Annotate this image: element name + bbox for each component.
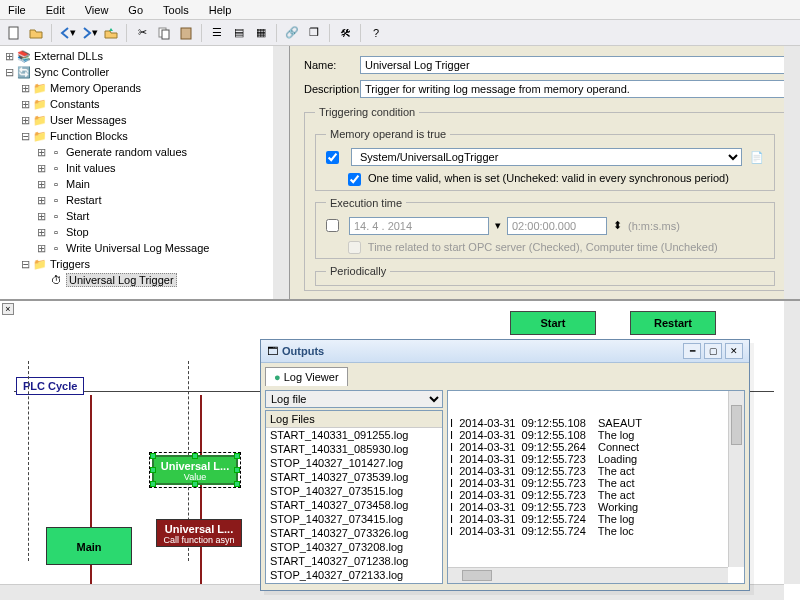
browse-icon[interactable]: 📄 <box>750 151 764 164</box>
block-icon: ▫ <box>48 193 64 207</box>
svg-rect-0 <box>9 27 18 39</box>
up-folder-icon[interactable] <box>101 23 121 43</box>
log-file-item[interactable]: START_140327_073539.log <box>266 470 442 484</box>
log-file-item[interactable]: STOP_140327_072133.log <box>266 568 442 582</box>
menu-file[interactable]: File <box>4 2 30 17</box>
collapse-icon[interactable]: ⊟ <box>18 258 32 271</box>
block-icon: ▫ <box>48 225 64 239</box>
folder-icon: 📁 <box>32 81 48 95</box>
log-file-item[interactable]: STOP_140327_101427.log <box>266 456 442 470</box>
log-file-item[interactable]: START_140327_073458.log <box>266 498 442 512</box>
one-time-valid-checkbox[interactable] <box>348 173 361 186</box>
outputs-window[interactable]: 🗔 Outputs ━ ▢ ✕ ● Log Viewer Log file Lo… <box>260 339 750 591</box>
execution-time-checkbox[interactable] <box>326 219 339 232</box>
tree-fb-item[interactable]: Restart <box>66 194 101 206</box>
tree-sync-controller[interactable]: Sync Controller <box>34 66 109 78</box>
log-content-view[interactable]: I 2014-03-31 09:12:55.108 SAEAUTI 2014-0… <box>447 390 745 584</box>
spinner-icon[interactable]: ⬍ <box>613 219 622 232</box>
menu-view[interactable]: View <box>81 2 113 17</box>
expand-icon[interactable]: ⊞ <box>34 226 48 239</box>
tree-fb-item[interactable]: Main <box>66 178 90 190</box>
tree-triggers[interactable]: Triggers <box>50 258 90 270</box>
expand-icon[interactable]: ⊞ <box>18 82 32 95</box>
minimize-icon[interactable]: ━ <box>683 343 701 359</box>
menu-go[interactable]: Go <box>124 2 147 17</box>
scrollbar-v[interactable] <box>728 391 744 567</box>
restart-button[interactable]: Restart <box>630 311 716 335</box>
expand-icon[interactable]: ⊞ <box>34 178 48 191</box>
forward-icon[interactable]: ▾ <box>79 23 99 43</box>
collapse-icon[interactable]: ⊟ <box>18 130 32 143</box>
expand-icon[interactable]: ⊞ <box>18 98 32 111</box>
expand-icon[interactable]: ⊞ <box>18 114 32 127</box>
scrollbar-h[interactable] <box>448 567 728 583</box>
tree-function-blocks[interactable]: Function Blocks <box>50 130 128 142</box>
tree-user-messages[interactable]: User Messages <box>50 114 126 126</box>
memory-operand-checkbox[interactable] <box>326 151 339 164</box>
expand-icon[interactable]: ⊞ <box>34 162 48 175</box>
periodically-legend: Periodically <box>326 265 390 277</box>
description-input[interactable] <box>360 80 786 98</box>
menu-help[interactable]: Help <box>205 2 236 17</box>
block-universal-log-value[interactable]: Universal L... Value <box>152 455 238 485</box>
name-input[interactable] <box>360 56 786 74</box>
log-file-item[interactable]: START_140327_071238.log <box>266 554 442 568</box>
list-view-icon[interactable]: ☰ <box>207 23 227 43</box>
execution-time-input[interactable] <box>507 217 607 235</box>
expand-icon[interactable]: ⊞ <box>34 194 48 207</box>
scrollbar-v[interactable] <box>273 46 289 299</box>
tree-fb-item[interactable]: Write Universal Log Message <box>66 242 209 254</box>
detail-view-icon[interactable]: ▤ <box>229 23 249 43</box>
settings-icon[interactable]: 🛠 <box>335 23 355 43</box>
log-file-item[interactable]: START_140331_085930.log <box>266 442 442 456</box>
grid-view-icon[interactable]: ▦ <box>251 23 271 43</box>
log-file-item[interactable]: START_140327_073326.log <box>266 526 442 540</box>
tree-fb-item[interactable]: Start <box>66 210 89 222</box>
execution-date-input[interactable] <box>349 217 489 235</box>
expand-icon[interactable]: ⊞ <box>2 50 16 63</box>
memory-operand-select[interactable]: System/UniversalLogTrigger <box>351 148 742 166</box>
menu-tools[interactable]: Tools <box>159 2 193 17</box>
log-file-item[interactable]: STOP_140327_073208.log <box>266 540 442 554</box>
help-icon[interactable]: ? <box>366 23 386 43</box>
log-file-item[interactable]: STOP_140327_073415.log <box>266 512 442 526</box>
open-icon[interactable] <box>26 23 46 43</box>
close-icon[interactable]: ✕ <box>725 343 743 359</box>
tree-constants[interactable]: Constants <box>50 98 100 110</box>
log-file-item[interactable]: STOP_140327_073515.log <box>266 484 442 498</box>
tree-external-dlls[interactable]: External DLLs <box>34 50 103 62</box>
tree-pane[interactable]: ⊞📚External DLLs ⊟🔄Sync Controller ⊞📁Memo… <box>0 46 290 299</box>
window-icon[interactable]: ❐ <box>304 23 324 43</box>
copy-icon[interactable] <box>154 23 174 43</box>
block-title: Universal L... <box>156 460 234 472</box>
expand-icon[interactable]: ⊞ <box>34 146 48 159</box>
menu-edit[interactable]: Edit <box>42 2 69 17</box>
tab-log-viewer[interactable]: ● Log Viewer <box>265 367 348 386</box>
scrollbar-v[interactable] <box>784 46 800 299</box>
tree-fb-item[interactable]: Stop <box>66 226 89 238</box>
dropdown-icon[interactable]: ▾ <box>495 219 501 232</box>
tree-fb-item[interactable]: Init values <box>66 162 116 174</box>
log-file-combo[interactable]: Log file <box>265 390 443 408</box>
cut-icon[interactable]: ✂ <box>132 23 152 43</box>
close-panel-icon[interactable]: × <box>2 303 14 315</box>
outputs-icon: 🗔 <box>267 345 278 357</box>
collapse-icon[interactable]: ⊟ <box>2 66 16 79</box>
log-files-list[interactable]: Log Files START_140331_091255.logSTART_1… <box>265 410 443 584</box>
scrollbar-v[interactable] <box>784 301 800 584</box>
log-file-item[interactable]: START_140331_091255.log <box>266 428 442 442</box>
back-icon[interactable]: ▾ <box>57 23 77 43</box>
block-main[interactable]: Main <box>46 527 132 565</box>
tree-fb-item[interactable]: Generate random values <box>66 146 187 158</box>
log-line: I 2014-03-31 09:12:55.723 The act <box>450 477 742 489</box>
tree-universal-log-trigger[interactable]: Universal Log Trigger <box>66 273 177 287</box>
tree-memory-operands[interactable]: Memory Operands <box>50 82 141 94</box>
maximize-icon[interactable]: ▢ <box>704 343 722 359</box>
new-icon[interactable] <box>4 23 24 43</box>
block-universal-log-call[interactable]: Universal L... Call function asyn <box>156 519 242 547</box>
expand-icon[interactable]: ⊞ <box>34 210 48 223</box>
start-button[interactable]: Start <box>510 311 596 335</box>
paste-icon[interactable] <box>176 23 196 43</box>
link-icon[interactable]: 🔗 <box>282 23 302 43</box>
expand-icon[interactable]: ⊞ <box>34 242 48 255</box>
